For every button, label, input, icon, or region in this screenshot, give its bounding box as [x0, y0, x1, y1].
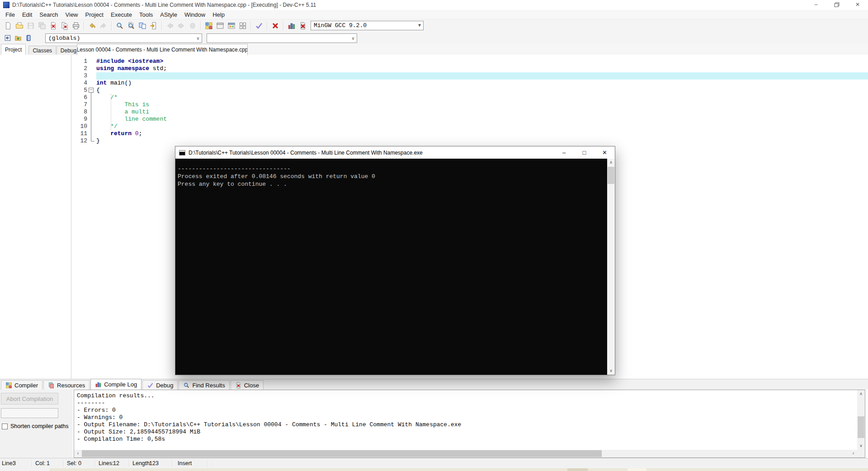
- code-text[interactable]: {: [96, 87, 868, 94]
- report-tab-debug[interactable]: Debug: [142, 380, 178, 390]
- new-source-button[interactable]: [2, 20, 14, 31]
- line-number[interactable]: 2: [72, 65, 87, 72]
- console-maximize-button[interactable]: □: [574, 147, 594, 159]
- code-text[interactable]: return 0;: [96, 130, 868, 137]
- menu-tools[interactable]: Tools: [136, 11, 156, 19]
- code-line-6[interactable]: 6 /*: [72, 94, 868, 101]
- sidebar-tab-project[interactable]: Project: [1, 44, 26, 55]
- editor-tab[interactable]: Lesson 00004 - Comments - Multi Line Com…: [77, 44, 248, 55]
- menu-view[interactable]: View: [62, 11, 82, 19]
- report-tab-compiler[interactable]: Compiler: [1, 380, 42, 390]
- menu-window[interactable]: Window: [181, 11, 209, 19]
- code-line-8[interactable]: 8 a multi: [72, 108, 868, 116]
- scroll-up-icon[interactable]: ∧: [857, 390, 865, 398]
- restore-button[interactable]: [826, 0, 847, 10]
- goto-line-button[interactable]: [148, 20, 159, 31]
- code-line-1[interactable]: 1#include <iostream>: [72, 58, 868, 65]
- line-number[interactable]: 1: [72, 58, 87, 65]
- compile-log-panel[interactable]: Compilation results... -------- - Errors…: [74, 390, 865, 458]
- report-tab-close[interactable]: Close: [231, 380, 264, 390]
- code-text[interactable]: }: [96, 137, 868, 145]
- package-manager-button[interactable]: [237, 20, 248, 31]
- console-close-button[interactable]: ✕: [594, 147, 615, 159]
- compiler-select[interactable]: MinGW GCC 9.2.0 ▼: [311, 21, 424, 30]
- scroll-up-icon[interactable]: ∧: [607, 159, 615, 166]
- close-all-button[interactable]: [59, 20, 70, 31]
- remove-from-project-button[interactable]: [214, 20, 226, 31]
- code-line-10[interactable]: 10 */: [72, 123, 868, 130]
- scroll-left-icon[interactable]: ‹: [74, 450, 82, 457]
- new-project-button[interactable]: [203, 20, 214, 31]
- code-line-9[interactable]: 9 line comment: [72, 116, 868, 123]
- run-button[interactable]: [269, 20, 281, 31]
- scroll-down-icon[interactable]: ∨: [607, 367, 615, 375]
- code-line-5[interactable]: 5{: [72, 87, 868, 94]
- open-button[interactable]: [14, 20, 25, 31]
- code-text[interactable]: using namespace std;: [96, 65, 868, 72]
- code-line-7[interactable]: 7 This is: [72, 101, 868, 108]
- log-vertical-scrollbar[interactable]: ∧ ∨: [857, 390, 865, 450]
- console-scrollbar[interactable]: ∧ ∨: [607, 159, 615, 375]
- code-text[interactable]: a multi: [96, 108, 868, 116]
- code-line-3[interactable]: 3: [72, 72, 868, 80]
- line-number[interactable]: 6: [72, 94, 87, 101]
- scroll-right-icon[interactable]: ›: [849, 450, 857, 457]
- compile-button[interactable]: [253, 20, 264, 31]
- project-panel[interactable]: [0, 55, 71, 379]
- fold-collapse-icon[interactable]: −: [89, 88, 94, 93]
- member-back-button[interactable]: [2, 33, 13, 43]
- menu-project[interactable]: Project: [82, 11, 107, 19]
- scrollbar-thumb[interactable]: [858, 416, 864, 438]
- menu-edit[interactable]: Edit: [19, 11, 36, 19]
- print-button[interactable]: [70, 20, 81, 31]
- code-text[interactable]: */: [96, 123, 868, 130]
- close-button[interactable]: ✕: [847, 0, 868, 10]
- member-view-button[interactable]: [23, 33, 33, 43]
- line-number[interactable]: 11: [72, 130, 87, 137]
- scope-select[interactable]: (globals) ∨: [45, 33, 202, 43]
- console-minimize-button[interactable]: –: [554, 147, 574, 159]
- close-button[interactable]: [47, 20, 59, 31]
- code-text[interactable]: #include <iostream>: [96, 58, 868, 65]
- code-text[interactable]: /*: [96, 94, 868, 101]
- find-button[interactable]: [114, 20, 125, 31]
- code-text[interactable]: This is: [96, 101, 868, 108]
- code-text[interactable]: int main(): [96, 80, 868, 87]
- scroll-down-icon[interactable]: ∨: [857, 442, 865, 450]
- shorten-paths-checkbox[interactable]: [2, 424, 8, 429]
- console-title-bar[interactable]: D:\Tutorials\C++ Tutorials\Lesson 00004 …: [175, 146, 615, 159]
- sidebar-tab-classes[interactable]: Classes: [28, 46, 56, 55]
- line-number[interactable]: 10: [72, 123, 87, 130]
- replace-button[interactable]: [137, 20, 148, 31]
- member-select[interactable]: ∨: [207, 33, 357, 43]
- line-number[interactable]: 7: [72, 101, 87, 108]
- code-line-12[interactable]: 12}: [72, 137, 868, 145]
- line-number[interactable]: 9: [72, 116, 87, 123]
- find-in-files-button[interactable]: [125, 20, 137, 31]
- report-tab-compile-log[interactable]: Compile Log: [90, 379, 142, 390]
- title-bar[interactable]: D:\Tutorials\C++ Tutorials\Lesson 00004 …: [0, 0, 868, 10]
- scrollbar-thumb[interactable]: [82, 450, 602, 457]
- project-options-button[interactable]: [226, 20, 237, 31]
- menu-help[interactable]: Help: [209, 11, 228, 19]
- menu-search[interactable]: Search: [36, 11, 61, 19]
- scrollbar-thumb[interactable]: [608, 167, 614, 184]
- minimize-button[interactable]: –: [806, 0, 826, 10]
- code-text[interactable]: [96, 72, 868, 80]
- line-number[interactable]: 8: [72, 108, 87, 116]
- log-horizontal-scrollbar[interactable]: ‹ ›: [74, 450, 857, 457]
- line-number[interactable]: 3: [72, 72, 87, 80]
- code-line-4[interactable]: 4int main(): [72, 80, 868, 87]
- code-line-11[interactable]: 11 return 0;: [72, 130, 868, 137]
- menu-file[interactable]: File: [2, 11, 19, 19]
- stop-execution-button[interactable]: [297, 20, 308, 31]
- report-tab-resources[interactable]: Resources: [43, 380, 90, 390]
- console-output[interactable]: -------------------------------- Process…: [175, 159, 615, 375]
- member-add-button[interactable]: [13, 33, 23, 43]
- profile-button[interactable]: [286, 20, 297, 31]
- line-number[interactable]: 4: [72, 80, 87, 87]
- code-text[interactable]: line comment: [96, 116, 868, 123]
- line-number[interactable]: 5: [72, 87, 87, 94]
- code-line-2[interactable]: 2using namespace std;: [72, 65, 868, 72]
- menu-execute[interactable]: Execute: [107, 11, 136, 19]
